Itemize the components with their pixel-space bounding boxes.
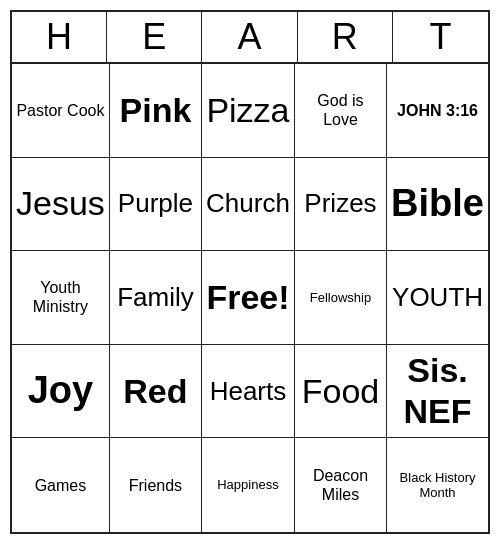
bingo-cell-3: God is Love (295, 64, 387, 158)
bingo-cell-7: Church (202, 158, 295, 252)
bingo-cell-12: Free! (202, 251, 295, 345)
bingo-cell-4: JOHN 3:16 (387, 64, 488, 158)
bingo-cell-23: Deacon Miles (295, 438, 387, 532)
bingo-cell-10: Youth Ministry (12, 251, 110, 345)
bingo-cell-0: Pastor Cook (12, 64, 110, 158)
bingo-cell-5: Jesus (12, 158, 110, 252)
bingo-cell-17: Hearts (202, 345, 295, 439)
header-letter-t: T (393, 12, 488, 62)
bingo-cell-22: Happiness (202, 438, 295, 532)
bingo-cell-13: Fellowship (295, 251, 387, 345)
bingo-cell-18: Food (295, 345, 387, 439)
bingo-cell-8: Prizes (295, 158, 387, 252)
bingo-cell-21: Friends (110, 438, 202, 532)
bingo-cell-1: Pink (110, 64, 202, 158)
bingo-cell-11: Family (110, 251, 202, 345)
bingo-cell-20: Games (12, 438, 110, 532)
bingo-cell-6: Purple (110, 158, 202, 252)
bingo-cell-19: Sis. NEF (387, 345, 488, 439)
bingo-cell-14: YOUTH (387, 251, 488, 345)
header-letter-a: A (202, 12, 297, 62)
bingo-cell-16: Red (110, 345, 202, 439)
bingo-cell-2: Pizza (202, 64, 295, 158)
bingo-cell-15: Joy (12, 345, 110, 439)
bingo-cell-9: Bible (387, 158, 488, 252)
bingo-card: HEART Pastor CookPinkPizzaGod is LoveJOH… (10, 10, 490, 534)
header-letter-h: H (12, 12, 107, 62)
bingo-grid: Pastor CookPinkPizzaGod is LoveJOHN 3:16… (12, 64, 488, 532)
header-letter-r: R (298, 12, 393, 62)
header-letter-e: E (107, 12, 202, 62)
bingo-cell-24: Black History Month (387, 438, 488, 532)
header-row: HEART (12, 12, 488, 64)
